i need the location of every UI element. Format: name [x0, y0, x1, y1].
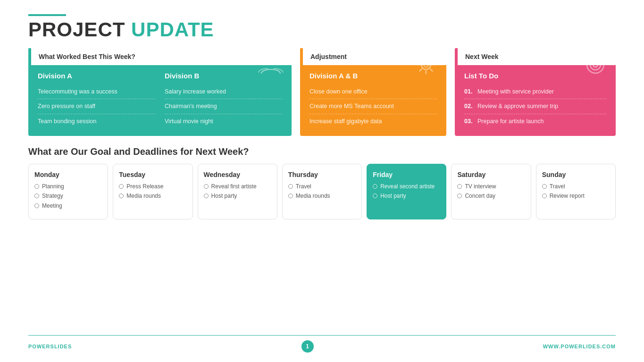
day-bullet-icon: [542, 184, 547, 189]
goals-section: What are Our Goal and Deadlines for Next…: [28, 146, 616, 330]
svg-point-2: [276, 59, 281, 64]
day-item-text: Host party: [211, 193, 237, 200]
day-bullet-icon: [457, 184, 462, 189]
team-icon: [257, 51, 285, 79]
svg-point-1: [260, 59, 266, 64]
day-name-sunday: Sunday: [542, 171, 610, 178]
day-item-text: Media rounds: [126, 193, 161, 200]
day-item-text: Host party: [380, 193, 406, 200]
footer-brand-colored: SLIDES: [50, 344, 72, 349]
title-project: PROJECT: [28, 18, 131, 41]
item-num-2: 02.: [464, 102, 474, 110]
day-bullet-icon: [119, 194, 124, 198]
day-bullet-icon: [34, 203, 39, 208]
division-b-item-2: Chairman's meeting: [165, 99, 282, 114]
day-card-friday: FridayReveal second artisteHost party: [367, 164, 446, 219]
day-card-monday: MondayPlanningStrategyMeeting: [28, 164, 108, 219]
day-card-thursday: ThursdayTravelMedia rounds: [282, 164, 362, 219]
day-item-text: TV interview: [465, 183, 496, 191]
item-text-1: Meeting with service provider: [477, 88, 554, 95]
day-item-text: Press Release: [126, 183, 163, 191]
day-item-text: Review report: [550, 193, 585, 200]
footer-brand: POWERSLIDES: [28, 344, 72, 349]
adjustment-item-1: Close down one office: [309, 84, 437, 99]
day-item: Media rounds: [288, 193, 356, 200]
day-card-wednesday: WednesdayReveal first artisteHost party: [198, 164, 277, 219]
days-grid: MondayPlanningStrategyMeetingTuesdayPres…: [28, 164, 616, 219]
target-icon: [582, 51, 609, 78]
svg-point-3: [421, 60, 431, 69]
day-bullet-icon: [288, 184, 293, 189]
day-name-thursday: Thursday: [288, 171, 356, 178]
day-item: Strategy: [34, 193, 102, 200]
day-bullet-icon: [119, 184, 124, 189]
top-cards-section: What Worked Best This Week? Division A T…: [28, 48, 616, 136]
header: PROJECT UPDATE: [28, 14, 616, 40]
day-name-tuesday: Tuesday: [119, 171, 186, 178]
item-num-1: 01.: [464, 88, 474, 95]
day-name-wednesday: Wednesday: [204, 171, 271, 178]
day-bullet-icon: [373, 184, 377, 189]
day-item: Host party: [204, 193, 271, 200]
day-card-sunday: SundayTravelReview report: [536, 164, 616, 219]
day-bullet-icon: [34, 184, 39, 189]
card-next-week: Next Week List To Do 01. Meeting with se…: [455, 48, 616, 136]
day-name-saturday: Saturday: [457, 171, 525, 178]
card-worked-body: Division A Telecommuting was a success Z…: [28, 65, 292, 136]
day-item-text: Planning: [42, 183, 64, 191]
goals-title: What are Our Goal and Deadlines for Next…: [28, 146, 616, 157]
day-name-monday: Monday: [34, 171, 102, 178]
svg-point-7: [593, 62, 598, 67]
day-bullet-icon: [542, 194, 547, 198]
day-item: Host party: [373, 193, 440, 200]
adjustment-item-2: Create more MS Teams account: [309, 99, 437, 114]
division-a-item-2: Zero pressure on staff: [38, 99, 155, 114]
day-bullet-icon: [204, 184, 209, 189]
division-b-item-3: Virtual movie night: [165, 114, 282, 128]
division-a: Division A Telecommuting was a success Z…: [38, 72, 155, 128]
day-item: Planning: [34, 183, 102, 191]
footer: POWERSLIDES 1 WWW.POWERLIDES.COM: [28, 335, 616, 353]
page-title: PROJECT UPDATE: [28, 20, 616, 40]
item-num-3: 03.: [464, 118, 474, 125]
day-card-saturday: SaturdayTV interviewConcert day: [451, 164, 531, 219]
svg-point-0: [267, 56, 275, 63]
day-item: Travel: [288, 183, 356, 191]
day-bullet-icon: [373, 194, 377, 198]
day-item: Reveal first artiste: [204, 183, 271, 191]
day-name-friday: Friday: [373, 171, 440, 178]
day-card-tuesday: TuesdayPress ReleaseMedia rounds: [113, 164, 192, 219]
gear-icon-area: [412, 51, 440, 80]
day-bullet-icon: [34, 194, 39, 198]
day-item: Concert day: [457, 193, 525, 200]
division-a-title: Division A: [38, 72, 155, 80]
item-text-3: Prepare for artiste launch: [477, 118, 544, 125]
day-item-text: Concert day: [465, 193, 495, 200]
day-item: Meeting: [34, 202, 102, 210]
page-number: 1: [301, 340, 314, 353]
day-item-text: Travel: [296, 183, 311, 191]
card-adjustment: Adjustment Division A & B Close down one…: [300, 48, 446, 136]
footer-url: WWW.POWERLIDES.COM: [543, 344, 616, 349]
target-icon-area: [582, 51, 609, 80]
day-item-text: Media rounds: [296, 193, 330, 200]
item-text-2: Review & approve summer trip: [477, 102, 558, 110]
day-item-text: Travel: [550, 183, 565, 191]
day-item: Press Release: [119, 183, 186, 191]
adjustment-item-3: Increase staff gigabyte data: [309, 114, 437, 128]
day-bullet-icon: [288, 194, 293, 198]
day-item: Reveal second artiste: [373, 183, 440, 191]
team-icon-area: [257, 51, 285, 81]
day-item: Media rounds: [119, 193, 186, 200]
page: PROJECT UPDATE What Worked Best This Wee…: [0, 0, 644, 362]
day-item-text: Reveal first artiste: [211, 183, 257, 191]
day-bullet-icon: [457, 194, 462, 198]
day-item-text: Strategy: [42, 193, 63, 200]
nextweek-item-1: 01. Meeting with service provider: [464, 84, 606, 99]
gear-icon: [412, 51, 440, 78]
title-update: UPDATE: [131, 18, 214, 41]
svg-point-4: [424, 62, 428, 67]
day-item: Review report: [542, 193, 610, 200]
footer-brand-plain: POWER: [28, 344, 50, 349]
day-item-text: Reveal second artiste: [380, 183, 435, 191]
